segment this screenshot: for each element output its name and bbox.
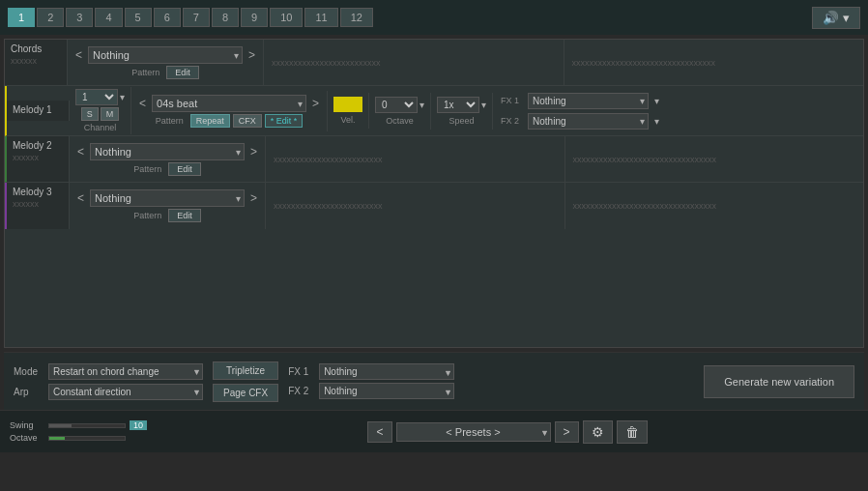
bottom-fx1-dropdown-wrap: Nothing ▾ bbox=[319, 363, 454, 380]
melody2-row: Melody 2 xxxxxx < Nothing > Pattern Edit… bbox=[5, 136, 863, 183]
middle-btns: Tripletize Page CFX bbox=[213, 361, 278, 402]
preset-dropdown[interactable]: < Presets > bbox=[396, 422, 551, 442]
tripletize-button[interactable]: Tripletize bbox=[213, 361, 278, 380]
melody1-pattern-area: < 04s beat > Pattern Repeat CFX * Edit * bbox=[131, 91, 328, 131]
melody1-oct-area: 0 ▾ Octave bbox=[369, 93, 431, 130]
mode-group: Mode Restart on chord change ▾ Arp Const… bbox=[14, 363, 203, 400]
tab-9[interactable]: 9 bbox=[241, 8, 268, 27]
melody3-edit-button[interactable]: Edit bbox=[168, 209, 201, 222]
melody3-nav-left[interactable]: < bbox=[75, 191, 86, 205]
melody1-row: Melody 1 1 ▾ S M Channel < 04s beat bbox=[5, 86, 863, 136]
melody3-pattern-area: < Nothing > Pattern Edit bbox=[70, 183, 266, 229]
melody2-edit-button[interactable]: Edit bbox=[168, 162, 201, 176]
speed-chevron: ▾ bbox=[481, 100, 486, 110]
melody1-nav-left[interactable]: < bbox=[137, 97, 148, 110]
channel-chevron: ▾ bbox=[120, 92, 125, 102]
volume-chevron: ▾ bbox=[843, 11, 850, 25]
melody2-midi-area: xxxxxxxxxxxxxxxxxxxxxxxxx bbox=[266, 136, 564, 182]
preset-dropdown-wrap: < Presets > ▾ bbox=[396, 422, 551, 442]
melody2-nav-left[interactable]: < bbox=[75, 145, 86, 159]
page-cfx-button[interactable]: Page CFX bbox=[213, 384, 278, 402]
melody3-nav-right[interactable]: > bbox=[248, 191, 259, 205]
melody3-pattern-dropdown[interactable]: Nothing bbox=[90, 189, 245, 207]
swing-slider-track[interactable] bbox=[48, 423, 126, 428]
swing-slider-fill bbox=[49, 424, 72, 427]
melody2-nav-right[interactable]: > bbox=[248, 145, 259, 159]
melody1-fx1-dropdown[interactable]: Nothing bbox=[528, 93, 649, 109]
bottom-fx2-dropdown[interactable]: Nothing bbox=[319, 383, 454, 399]
tab-4[interactable]: 4 bbox=[95, 8, 122, 27]
melody1-velocity-color[interactable] bbox=[333, 97, 362, 112]
chords-right-xs: xxxxxxxxxxxxxxxxxxxxxxxxxxxxxxxxx bbox=[564, 40, 863, 85]
melody3-label: Melody 3 xxxxxx bbox=[7, 183, 70, 229]
tab-8[interactable]: 8 bbox=[212, 8, 239, 27]
melody1-pattern-btns: Pattern Repeat CFX * Edit * bbox=[156, 114, 304, 128]
chords-nav-left[interactable]: < bbox=[73, 48, 84, 62]
swing-bar: Swing 10 Octave < < Presets > ▾ > ⚙ 🗑 bbox=[0, 410, 868, 452]
melody1-pattern-dropdown[interactable]: 04s beat bbox=[152, 95, 306, 112]
melody1-speed-select[interactable]: 1x bbox=[437, 97, 479, 113]
arp-dropdown-wrap: Constant direction ▾ bbox=[48, 384, 203, 400]
melody3-row: Melody 3 xxxxxx < Nothing > Pattern Edit… bbox=[5, 183, 863, 229]
generate-button[interactable]: Generate new variation bbox=[704, 365, 854, 398]
octave-slider-track[interactable] bbox=[48, 436, 126, 441]
tab-2[interactable]: 2 bbox=[37, 8, 64, 27]
volume-icon: 🔊 bbox=[823, 11, 839, 25]
tab-3[interactable]: 3 bbox=[66, 8, 93, 27]
tab-12[interactable]: 12 bbox=[340, 8, 373, 27]
tab-7[interactable]: 7 bbox=[183, 8, 210, 27]
melody2-pattern-btns: Pattern Edit bbox=[133, 162, 201, 176]
tab-5[interactable]: 5 bbox=[125, 8, 152, 27]
melody1-fx1-dropdown-wrap: Nothing bbox=[528, 93, 649, 109]
chords-pattern-area: < Nothing > Pattern Edit bbox=[68, 40, 264, 85]
settings-button[interactable]: ⚙ bbox=[583, 420, 613, 444]
chords-edit-button[interactable]: Edit bbox=[166, 66, 199, 79]
melody1-nav-right[interactable]: > bbox=[310, 97, 321, 110]
melody3-midi-area: xxxxxxxxxxxxxxxxxxxxxxxxx bbox=[266, 183, 564, 229]
melody1-cfx-button[interactable]: CFX bbox=[233, 114, 262, 128]
bottom-fx2-dropdown-wrap: Nothing ▾ bbox=[319, 383, 454, 399]
arp-dropdown[interactable]: Constant direction bbox=[48, 384, 203, 400]
melody1-s-button[interactable]: S bbox=[81, 107, 99, 121]
settings-icon: ⚙ bbox=[592, 424, 604, 440]
chords-midi-area: xxxxxxxxxxxxxxxxxxxxxxxxx bbox=[264, 40, 564, 85]
tab-1[interactable]: 1 bbox=[8, 8, 35, 27]
tab-10[interactable]: 10 bbox=[270, 8, 303, 27]
chords-row: Chords xxxxxx < Nothing > Pattern Edit x… bbox=[5, 40, 863, 86]
chords-pattern-dropdown[interactable]: Nothing bbox=[88, 46, 243, 64]
chords-nav-right[interactable]: > bbox=[246, 48, 257, 62]
preset-next-button[interactable]: > bbox=[555, 421, 579, 443]
mode-dropdown[interactable]: Restart on chord change bbox=[48, 363, 203, 380]
melody2-pattern-dropdown[interactable]: Nothing bbox=[90, 143, 245, 160]
tab-11[interactable]: 11 bbox=[304, 8, 337, 27]
melody3-pattern-dropdown-wrap: Nothing bbox=[90, 189, 245, 207]
melody1-vel-area: Vel. bbox=[328, 93, 369, 129]
mode-dropdown-wrap: Restart on chord change ▾ bbox=[48, 363, 203, 380]
melody1-sm-btns: S M bbox=[81, 107, 120, 121]
melody1-pattern-dropdown-wrap: 04s beat bbox=[152, 95, 306, 112]
swing-row: Swing 10 bbox=[10, 420, 147, 430]
bottom-fx-group: FX 1 Nothing ▾ FX 2 Nothing ▾ bbox=[288, 363, 454, 399]
melody1-octave-select[interactable]: 0 bbox=[375, 97, 418, 113]
preset-prev-button[interactable]: < bbox=[367, 421, 391, 443]
melody2-pattern-area: < Nothing > Pattern Edit bbox=[70, 136, 266, 182]
chords-label: Chords xxxxxx bbox=[5, 40, 68, 85]
fx2-chevron: ▾ bbox=[654, 116, 659, 127]
melody1-speed-area: 1x ▾ Speed bbox=[431, 93, 493, 130]
presets-bar: < < Presets > ▾ > ⚙ 🗑 bbox=[157, 420, 858, 444]
tab-6[interactable]: 6 bbox=[154, 8, 181, 27]
melody1-channel-select[interactable]: 1 bbox=[75, 89, 118, 105]
melody1-repeat-button[interactable]: Repeat bbox=[190, 114, 230, 128]
bottom-fx1-dropdown[interactable]: Nothing bbox=[319, 363, 454, 380]
melody1-edit-button[interactable]: * Edit * bbox=[265, 114, 304, 128]
octave-row: Octave bbox=[10, 433, 147, 443]
melody1-m-button[interactable]: M bbox=[101, 107, 120, 121]
delete-button[interactable]: 🗑 bbox=[617, 420, 648, 444]
octave-slider-fill bbox=[49, 437, 65, 440]
melody2-label: Melody 2 xxxxxx bbox=[7, 136, 70, 182]
bottom-controls: Mode Restart on chord change ▾ Arp Const… bbox=[4, 352, 864, 410]
melody1-fx2-dropdown[interactable]: Nothing bbox=[528, 113, 649, 130]
volume-button[interactable]: 🔊 ▾ bbox=[812, 7, 860, 29]
tab-bar: 1 2 3 4 5 6 7 8 9 10 11 12 🔊 ▾ bbox=[0, 0, 868, 35]
delete-icon: 🗑 bbox=[625, 424, 639, 440]
